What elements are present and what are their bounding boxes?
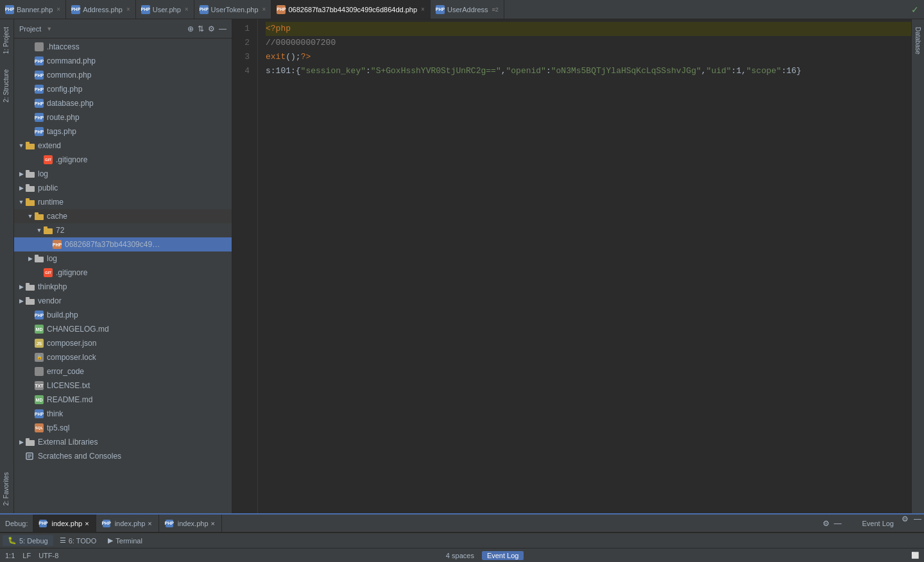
folder-label: runtime <box>38 198 64 207</box>
settings-icon[interactable]: ⚙ <box>208 24 215 33</box>
tree-item-gitignore2[interactable]: GIT .gitignore <box>14 153 232 167</box>
close-icon[interactable]: × <box>148 520 151 527</box>
status-event-log[interactable]: Event Log <box>482 551 524 560</box>
folder-label: 72 <box>56 226 64 235</box>
tree-item-72[interactable]: ▼ 72 <box>14 223 232 237</box>
svg-rect-18 <box>26 440 35 446</box>
tree-item-runtime[interactable]: ▼ runtime <box>14 195 232 209</box>
tab-cachefile[interactable]: PHP 0682687fa37bb44309c499c6d864dd.php × <box>271 0 431 19</box>
tree-spacer <box>26 367 35 376</box>
close-icon[interactable]: × <box>185 6 189 13</box>
terminal-tool-btn[interactable]: ▶ Terminal <box>103 535 148 546</box>
tree-item-errorcode[interactable]: error_code <box>14 364 232 379</box>
vtab-favorites[interactable]: 2: Favorites <box>0 464 13 513</box>
panel-dropdown[interactable]: ▼ <box>46 26 52 32</box>
tree-spacer <box>26 395 35 404</box>
tab-useraddress[interactable]: PHP UserAddress ≡2 <box>431 0 504 19</box>
tree-item-command[interactable]: PHP command.php <box>14 54 232 68</box>
folder-icon <box>35 255 44 262</box>
tree-item-route[interactable]: PHP route.php <box>14 110 232 124</box>
tree-item-cache[interactable]: ▼ cache <box>14 209 232 223</box>
tree-spacer <box>26 311 35 319</box>
colon: : <box>366 64 371 78</box>
file-label: route.php <box>47 113 80 122</box>
close-icon[interactable]: × <box>421 6 425 13</box>
tree-item-scratches[interactable]: Scratches and Consoles <box>14 449 232 463</box>
tab-label: UserAddress <box>447 6 488 13</box>
string-uid: "uid" <box>706 64 732 78</box>
vtab-structure[interactable]: 2: Structure <box>0 62 13 110</box>
minimize-icon[interactable]: — <box>834 519 841 528</box>
tree-item-cachefile[interactable]: PHP 0682687fa37bb44309c49… <box>14 237 232 251</box>
vtab-project[interactable]: 1: Project <box>0 19 13 62</box>
close-icon[interactable]: × <box>56 6 60 13</box>
tree-item-think[interactable]: PHP think <box>14 407 232 421</box>
tree-item-composerlock[interactable]: 🔒 composer.lock <box>14 350 232 364</box>
tab-label: Address.php <box>83 6 123 13</box>
check-icon[interactable]: ✓ <box>911 4 919 15</box>
svg-rect-0 <box>26 144 35 149</box>
file-icon <box>35 42 44 51</box>
close-icon[interactable]: × <box>126 6 130 13</box>
tree-item-log[interactable]: ▶ log <box>14 167 232 181</box>
minimize-icon[interactable]: — <box>219 24 227 33</box>
folder-label: External Libraries <box>38 438 98 447</box>
json-file-icon: JS <box>35 339 44 348</box>
debug-tab-2[interactable]: PHP index.php × <box>96 515 159 532</box>
settings-icon[interactable]: ⚙ <box>823 519 830 528</box>
folder-label: extend <box>38 141 61 150</box>
file-tree: .htaccess PHP command.php PHP common.php <box>14 38 232 513</box>
tree-item-htaccess[interactable]: .htaccess <box>14 40 232 54</box>
tree-item-log2[interactable]: ▶ log <box>14 251 232 266</box>
debug-tab-1[interactable]: PHP index.php × <box>33 515 96 532</box>
tree-item-extend[interactable]: ▼ extend <box>14 139 232 153</box>
tree-item-vendor[interactable]: ▶ vendor <box>14 294 232 308</box>
svg-rect-8 <box>35 214 44 220</box>
tree-item-license[interactable]: TXT LICENSE.txt <box>14 379 232 393</box>
todo-tool-btn[interactable]: ☰ 6: TODO <box>55 535 102 546</box>
tab-label: 0682687fa37bb44309c499c6d864dd.php <box>288 6 417 13</box>
uid-val: :1, <box>732 64 746 78</box>
vtab-database[interactable]: Database <box>913 22 923 60</box>
filter-icon[interactable]: ⇅ <box>198 24 204 33</box>
tree-item-external[interactable]: ▶ External Libraries <box>14 435 232 449</box>
tab-user[interactable]: PHP User.php × <box>136 0 194 19</box>
debug-tab-3[interactable]: PHP index.php × <box>159 515 222 532</box>
tree-item-composerjson[interactable]: JS composer.json <box>14 336 232 350</box>
tree-item-database[interactable]: PHP database.php <box>14 96 232 110</box>
string-openid: "openid" <box>506 64 546 78</box>
code-area[interactable]: <?php //000000007200 exit();?> s:101:{"s… <box>258 19 911 513</box>
code-line-2: //000000007200 <box>266 36 911 50</box>
tree-item-gitignore3[interactable]: GIT .gitignore <box>14 266 232 280</box>
left-vtabs: 1: Project 2: Structure 2: Favorites <box>0 19 14 513</box>
debug-tool-btn[interactable]: 🐛 5: Debug <box>3 535 53 546</box>
tree-spacer <box>26 71 35 80</box>
debug-file-label: index.php <box>115 520 146 527</box>
bug-icon: 🐛 <box>8 536 17 545</box>
right-sidebar: Database <box>911 19 924 513</box>
close-icon[interactable]: × <box>262 6 266 13</box>
sync-icon[interactable]: ⊕ <box>187 24 194 33</box>
tree-item-public[interactable]: ▶ public <box>14 181 232 195</box>
tree-item-tags[interactable]: PHP tags.php <box>14 124 232 139</box>
close-icon[interactable]: × <box>85 520 89 527</box>
tab-usertoken[interactable]: PHP UserToken.php × <box>194 0 272 19</box>
tree-item-thinkphp[interactable]: ▶ thinkphp <box>14 280 232 294</box>
comma2: , <box>701 64 706 78</box>
list-icon: ☰ <box>60 536 66 545</box>
minimize-icon-right[interactable]: — <box>911 515 924 532</box>
svg-rect-14 <box>26 285 35 291</box>
file-label: build.php <box>47 311 78 319</box>
tree-item-build[interactable]: PHP build.php <box>14 308 232 322</box>
tree-item-common[interactable]: PHP common.php <box>14 68 232 82</box>
tree-item-tp5sql[interactable]: SQL tp5.sql <box>14 421 232 435</box>
settings-icon-right[interactable]: ⚙ <box>899 515 911 532</box>
file-label: composer.lock <box>47 353 96 362</box>
tree-item-readme[interactable]: MD README.md <box>14 393 232 407</box>
tab-banner[interactable]: PHP Banner.php × <box>0 0 66 19</box>
terminal-icon: ▶ <box>108 536 113 545</box>
close-icon[interactable]: × <box>211 520 215 527</box>
tab-address[interactable]: PHP Address.php × <box>66 0 136 19</box>
tree-item-changelog[interactable]: MD CHANGELOG.md <box>14 322 232 336</box>
tree-item-config[interactable]: PHP config.php <box>14 82 232 96</box>
